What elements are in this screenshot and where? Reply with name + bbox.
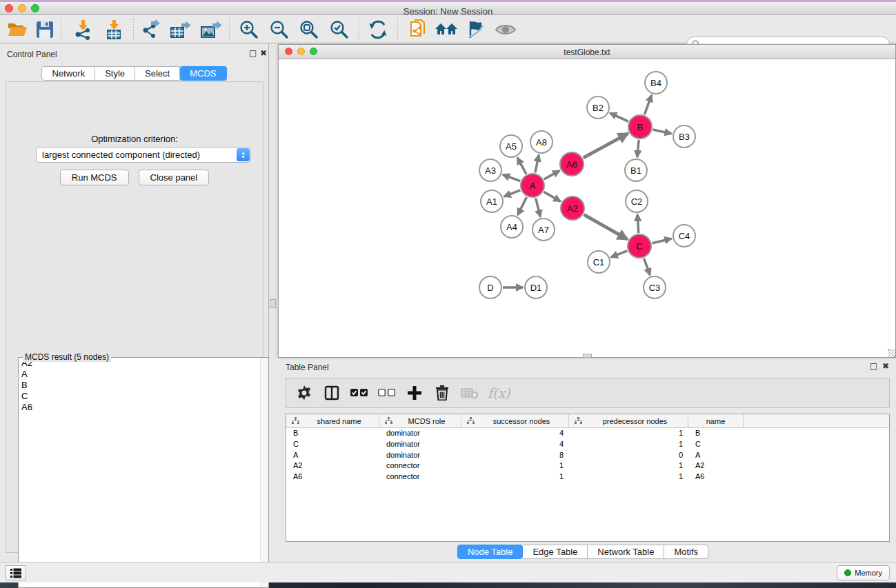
mcds-result-item[interactable]: B [19,380,268,391]
control-tab-select[interactable]: Select [135,66,180,81]
network-edge-B-B2[interactable] [610,113,628,121]
table-cell[interactable]: 8 [461,450,569,461]
network-edge-B-B1[interactable] [637,140,639,157]
close-panel-icon[interactable]: ✖ [260,48,267,58]
table-cell[interactable]: 1 [569,439,688,450]
settings-gear-icon[interactable] [295,383,314,403]
open-session-icon[interactable] [6,19,29,41]
mcds-result-item[interactable]: A [19,369,268,380]
select-all-checkboxes-icon[interactable] [350,383,369,403]
zoom-fit-content-icon[interactable] [297,19,321,41]
control-tab-style[interactable]: Style [95,66,135,81]
network-edge-A-A6[interactable] [544,171,560,179]
table-cell[interactable]: connector [379,460,461,472]
table-cell[interactable]: dominator [379,450,461,461]
memory-button[interactable]: Memory [837,565,890,580]
task-history-button[interactable] [6,565,26,580]
mcds-result-item[interactable]: A6 [19,402,268,413]
column-header-shared-name[interactable]: shared name [286,414,379,427]
table-cell[interactable]: A2 [286,460,379,472]
window-resize-grip[interactable] [888,349,895,357]
network-edge-C-C2[interactable] [637,214,639,233]
table-cell[interactable]: 1 [461,460,569,472]
network-canvas[interactable]: B4B2BB3A5A8A6A3AB1A1A2C2A4A7CC4C1C3DD1 [279,59,895,357]
first-neighbors-icon[interactable] [435,19,458,41]
network-edge-A-A4[interactable] [517,197,526,215]
export-network-icon[interactable] [139,19,163,41]
table-row[interactable]: A2connector11A2 [286,460,889,472]
mcds-list-scrollbar[interactable] [260,358,268,587]
run-mcds-button[interactable]: Run MCDS [60,170,129,185]
import-table-icon[interactable] [102,19,126,41]
table-cell[interactable]: 4 [461,428,569,439]
close-panel-button[interactable]: Close panel [139,170,210,185]
table-cell[interactable]: 4 [461,439,569,450]
table-cell[interactable]: B [286,428,379,439]
column-header-MCDS-role[interactable]: MCDS role [379,414,461,427]
network-scrollbar-stub-bottom[interactable] [583,354,592,358]
control-tab-network[interactable]: Network [41,66,95,81]
table-tab-motifs[interactable]: Motifs [664,545,708,559]
table-row[interactable]: Adominator80A [286,450,889,461]
network-edge-B-B4[interactable] [644,95,651,114]
network-edge-A-A8[interactable] [535,155,539,173]
column-header-name[interactable]: name [688,414,744,427]
zoom-out-icon[interactable] [268,19,291,41]
table-cell[interactable]: B [688,428,744,439]
network-edge-C-C1[interactable] [611,251,628,257]
column-header-successor-nodes[interactable]: successor nodes [461,414,569,427]
table-tab-edge-table[interactable]: Edge Table [523,545,588,559]
table-row[interactable]: Cdominator41C [286,439,889,450]
control-tab-mcds[interactable]: MCDS [180,66,226,81]
table-cell[interactable]: A [688,450,744,461]
network-edge-A-A1[interactable] [504,190,521,196]
criterion-dropdown[interactable]: largest connected component (directed) ▲… [36,147,251,163]
network-edge-B-B3[interactable] [653,130,672,134]
show-columns-icon[interactable] [322,383,341,403]
network-edge-A2-C[interactable] [584,214,628,239]
deselect-all-checkboxes-icon[interactable] [377,383,397,403]
hide-selected-icon[interactable] [464,19,487,41]
table-cell[interactable]: C [286,439,379,450]
network-edge-A-A5[interactable] [517,158,526,174]
show-all-icon[interactable] [494,19,517,41]
column-header-predecessor-nodes[interactable]: predecessor nodes [569,414,688,427]
network-edge-C-C3[interactable] [644,258,650,275]
network-edge-C-C4[interactable] [653,239,672,243]
delete-column-icon[interactable] [432,383,452,403]
export-image-icon[interactable] [199,19,222,41]
table-cell[interactable]: dominator [379,439,461,450]
float-panel-icon[interactable]: □ [249,48,257,58]
table-cell[interactable]: A6 [688,472,744,483]
network-scrollbar-stub[interactable] [270,299,276,308]
mcds-result-list[interactable]: A2ABCA6 [19,358,268,587]
table-tab-node-table[interactable]: Node Table [457,545,524,559]
zoom-in-icon[interactable] [237,19,261,41]
table-cell[interactable]: A6 [286,472,379,483]
network-edge-A6-B[interactable] [584,134,628,158]
new-network-from-selection-icon[interactable] [407,19,430,41]
mcds-result-item[interactable]: C [19,391,268,402]
table-row[interactable]: A6connector11A6 [286,472,889,483]
table-cell[interactable]: 1 [569,472,688,483]
add-column-icon[interactable] [405,383,424,403]
network-edge-A-A7[interactable] [536,198,541,216]
export-table-icon[interactable] [168,19,192,41]
node-attribute-table[interactable]: shared nameMCDS rolesuccessor nodesprede… [286,414,890,542]
table-cell[interactable]: A2 [688,460,744,472]
table-cell[interactable]: connector [379,472,461,483]
table-cell[interactable]: 0 [569,450,688,461]
float-table-panel-icon[interactable]: □ [870,361,877,371]
save-session-icon[interactable] [33,19,57,41]
table-cell[interactable]: dominator [379,428,461,439]
table-cell[interactable]: 1 [569,460,688,472]
zoom-selected-icon[interactable] [328,19,351,41]
table-cell[interactable]: 1 [461,472,569,483]
apply-preferred-layout-icon[interactable] [366,19,390,41]
table-cell[interactable]: A [286,450,379,461]
table-row[interactable]: Bdominator41B [286,428,889,439]
network-edge-A-A2[interactable] [544,192,561,201]
close-table-panel-icon[interactable]: ✖ [882,361,889,371]
network-edge-A-A3[interactable] [503,174,520,181]
table-cell[interactable]: C [688,439,744,450]
